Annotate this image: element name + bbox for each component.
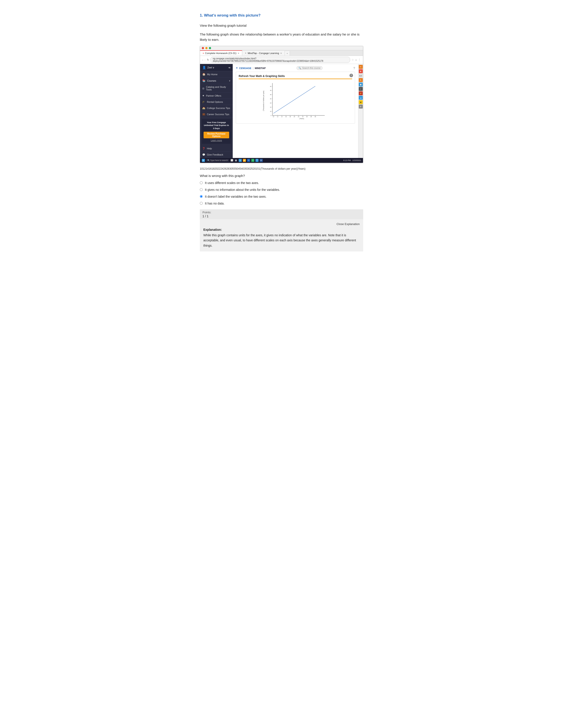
sidebar-my-home-label: My Home	[207, 73, 217, 76]
panel-title: Refresh Your Math & Graphing Skills	[239, 75, 352, 79]
tab1-close[interactable]: ✕	[237, 52, 239, 54]
option-radio-1[interactable]	[200, 181, 203, 184]
window-close-dot[interactable]	[202, 47, 204, 49]
browser-screenshot: ● Complete Homework (Ch 01) ✕ ✦ MindTap …	[200, 46, 363, 163]
sidebar-collapse-icon[interactable]: ≪	[228, 66, 230, 69]
taskbar-folder[interactable]: 📁	[243, 159, 246, 162]
feedback-icon: 💬	[202, 153, 205, 156]
sidebar-logo[interactable]: 👤 Zeel ∨ ≪	[200, 64, 233, 71]
user-help-icon[interactable]: ?	[353, 66, 355, 70]
rt-btn-az[interactable]: A-Z	[359, 74, 363, 78]
sidebar-item-career-success[interactable]: 💼 Career Success Tips	[200, 111, 233, 117]
courses-icon: 📚	[202, 79, 205, 82]
partner-icon: ★	[202, 94, 204, 97]
rt-btn-note[interactable]: 📋	[359, 83, 363, 86]
address-input[interactable]: ng.cengage.com/static/nb/ui/evo/index.ht…	[210, 57, 350, 63]
back-button[interactable]: ‹	[202, 58, 203, 62]
explanation-label: Explanation:	[203, 228, 360, 231]
window-maximize-dot[interactable]	[209, 47, 211, 49]
sidebar-item-courses[interactable]: 📚 Courses ∨	[200, 78, 233, 84]
course-search-bar[interactable]: 🔍 Search this course	[297, 66, 323, 70]
rt-btn-cloud[interactable]: ☁	[359, 96, 363, 100]
start-button[interactable]: ⊞	[202, 159, 205, 162]
svg-text:30: 30	[270, 94, 271, 95]
chart-area: (Thousands of dollars per year) (Years) …	[239, 81, 352, 121]
taskbar-widgets[interactable]: ▦	[234, 159, 237, 162]
sidebar-item-college-success[interactable]: 🏫 College Success Tips	[200, 105, 233, 111]
sidebar-partner-label: Partner Offers	[206, 94, 221, 97]
tab2-close[interactable]: ✕	[280, 52, 282, 54]
main-content-area: ✦ CENGAGE | MINDTAP 🔍 Search this course…	[233, 64, 358, 158]
svg-text:10: 10	[273, 116, 274, 117]
taskbar-task-view[interactable]: ⬜	[230, 159, 233, 162]
rt-btn-pencil[interactable]: ✏	[359, 65, 363, 69]
taskbar-word[interactable]: W	[259, 159, 263, 162]
forward-button[interactable]: ›	[204, 58, 205, 62]
browser-tab-1[interactable]: ● Complete Homework (Ch 01) ✕	[200, 50, 242, 56]
intro-line1: View the following graph tutorial	[200, 23, 363, 28]
sidebar-item-rental-options[interactable]: 🎓 Rental Options	[200, 99, 233, 105]
rt-btn-rss[interactable]: ◈	[359, 69, 363, 73]
rental-icon: 🎓	[202, 100, 205, 103]
taskbar-search-box[interactable]: 🔍 Type here to search	[206, 159, 229, 162]
rt-btn-color[interactable]: ◆	[359, 100, 363, 104]
sidebar: 👤 Zeel ∨ ≪ 🏠 My Home 📚 Courses ∨ ◎ Catal…	[200, 64, 233, 158]
taskbar-spotify[interactable]: ♬	[251, 159, 254, 162]
sidebar-promo-box: Your Free Cengage Unlimited Trial Expire…	[202, 119, 231, 144]
learn-more-link[interactable]: Learn more	[203, 139, 229, 142]
sidebar-feedback-label: Give Feedback	[207, 153, 223, 156]
option-row-2: It gives no information about the units …	[200, 188, 363, 192]
taskbar-teams[interactable]: T	[255, 159, 258, 162]
panel-help-icon[interactable]: ?	[350, 74, 353, 77]
sidebar-item-partner-offers[interactable]: ★ Partner Offers	[200, 93, 233, 99]
sidebar-item-help[interactable]: ❓ Help	[200, 146, 233, 152]
option-radio-3[interactable]	[200, 195, 203, 198]
question-title: 1. What's wrong with this picture?	[200, 13, 363, 18]
svg-text:30: 30	[315, 116, 316, 117]
sidebar-help-label: Help	[207, 147, 212, 150]
points-label: Points:	[202, 211, 361, 214]
review-purchase-btn[interactable]: Review Purchase Options	[203, 132, 229, 138]
option-row-3: It doesn't label the variables on the tw…	[200, 194, 363, 199]
extensions-icon[interactable]: ⬧	[355, 58, 357, 61]
sidebar-item-my-home[interactable]: 🏠 My Home	[200, 71, 233, 78]
taskbar-edge[interactable]: e	[239, 159, 242, 162]
question-text: What's wrong with this picture?	[204, 13, 260, 17]
bookmark-icon[interactable]: ☆	[352, 58, 354, 61]
help-icon: ❓	[202, 147, 205, 150]
svg-text:35: 35	[270, 90, 271, 91]
svg-text:15: 15	[270, 107, 271, 108]
college-icon: 🏫	[202, 107, 205, 109]
sidebar-item-catalog[interactable]: ◎ Catalog and Study Tools	[200, 84, 233, 93]
sidebar-item-give-feedback[interactable]: 💬 Give Feedback	[200, 152, 233, 158]
mindtap-logo-text: MINDTAP	[255, 67, 265, 69]
menu-icon[interactable]: ⋮	[358, 58, 361, 61]
svg-text:28: 28	[311, 116, 312, 117]
rt-btn-extra[interactable]: ⚙	[359, 105, 363, 109]
option-radio-2[interactable]	[200, 188, 203, 191]
chart-svg: (Thousands of dollars per year) (Years) …	[239, 81, 352, 121]
close-explanation-btn[interactable]: Close Explanation	[203, 222, 360, 226]
rt-btn-check[interactable]: ✓	[359, 87, 363, 91]
courses-chevron-icon: ∨	[229, 80, 230, 82]
option-label-3: It doesn't label the variables on the tw…	[205, 194, 266, 199]
window-minimize-dot[interactable]	[205, 47, 207, 49]
rt-btn-flash[interactable]: ⚡	[359, 91, 363, 95]
taskbar: ⊞ 🔍 Type here to search ⬜ ▦ e 📁 D ♬ T W …	[200, 158, 363, 163]
data-strip: 1012141618202224262830555045403530252015…	[200, 167, 363, 171]
new-tab-button[interactable]: +	[285, 51, 290, 56]
svg-line-42	[273, 86, 315, 113]
option-radio-4[interactable]	[200, 202, 203, 205]
svg-text:5: 5	[271, 115, 271, 116]
reload-button[interactable]: ↻	[207, 58, 209, 61]
catalog-icon: ◎	[202, 87, 204, 90]
browser-tab-2[interactable]: ✦ MindTap - Cengage Learning ✕	[242, 51, 285, 56]
browser-titlebar	[200, 46, 363, 50]
search-icon: 🔍	[299, 67, 301, 69]
taskbar-left: ⊞ 🔍 Type here to search ⬜ ▦ e 📁 D ♬ T W	[202, 159, 263, 162]
rt-btn-b[interactable]: b	[359, 78, 363, 82]
taskbar-dell[interactable]: D	[247, 159, 250, 162]
intro-line2: The following graph shows the relationsh…	[200, 32, 363, 42]
option-label-4: It has no data.	[205, 201, 224, 206]
promo-text: Your Free Cengage Unlimited Trial Expire…	[203, 121, 229, 130]
